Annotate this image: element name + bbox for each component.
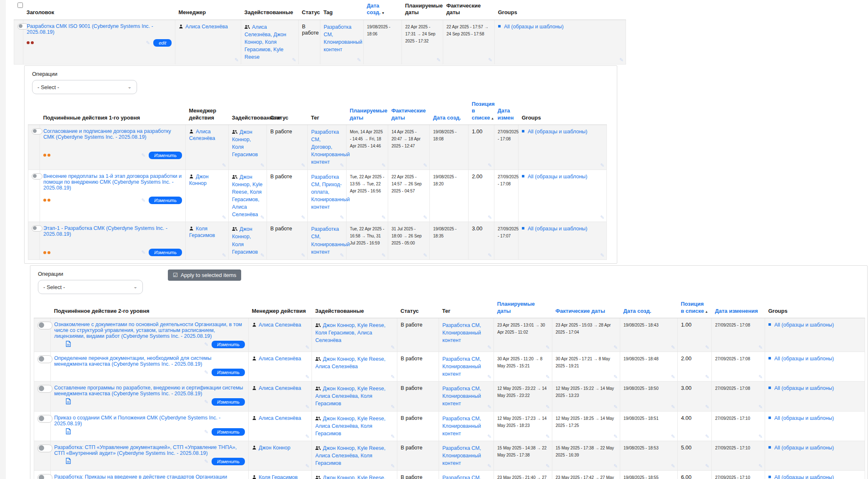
tag-links[interactable]: Разработка СМ, Клонированный контент [311, 226, 350, 254]
manager-link[interactable]: Коля Герасимов [259, 474, 298, 479]
pencil-icon[interactable]: ✎ [340, 253, 344, 258]
tag-links[interactable]: Разработка СМ, Клонированный контент [442, 475, 481, 479]
pencil-icon[interactable]: ✎ [488, 215, 492, 220]
operations-select[interactable]: - Select - ⌄ [32, 80, 137, 94]
edit-button[interactable]: Изменить [212, 369, 245, 376]
pencil-icon[interactable]: ✎ [141, 250, 145, 255]
pencil-icon[interactable]: ✎ [301, 215, 305, 220]
group-link[interactable]: All (образцы и шаблоны) [774, 474, 834, 479]
edit-button[interactable]: Изменить [149, 249, 182, 256]
sort-created-link[interactable]: Дата созд. [367, 2, 381, 15]
participants-links[interactable]: Джон Коннор, Kyle Reese, Коля Герасимов,… [232, 174, 262, 218]
pencil-icon[interactable]: ✎ [340, 163, 344, 168]
pencil-icon[interactable]: ✎ [305, 374, 309, 379]
participants-links[interactable]: Джон Коннор, Kyle Reese, Алиса Селезнёва… [315, 445, 385, 466]
pencil-icon[interactable]: ✎ [260, 215, 264, 220]
pencil-icon[interactable]: ✎ [614, 345, 618, 350]
pencil-icon[interactable]: ✎ [600, 253, 604, 258]
action-title-link[interactable]: Приказ о создании СМК и Положения СМК (C… [54, 415, 245, 427]
pencil-icon[interactable]: ✎ [423, 215, 427, 220]
sort-actual-link[interactable]: Фактические даты [556, 308, 605, 314]
participants-links[interactable]: Джон Коннор, Kyle Reese, Коля Герасимов,… [315, 475, 385, 479]
participants-links[interactable]: Джон Коннор, Kyle Reese, Алиса Селезнёва… [315, 386, 385, 407]
sort-changed-link[interactable]: Дата изменения [715, 308, 758, 314]
pencil-icon[interactable]: ✎ [234, 57, 239, 62]
edit-button[interactable]: Изменить [149, 197, 182, 204]
group-link[interactable]: All (образцы и шаблоны) [528, 129, 587, 135]
apply-to-selected-button[interactable]: ☑ Apply to selected items [168, 269, 241, 281]
manager-link[interactable]: Джон Коннор [259, 445, 290, 451]
group-link[interactable]: All (образцы и шаблоны) [774, 385, 834, 391]
pencil-icon[interactable]: ✎ [305, 404, 309, 409]
sort-position-link[interactable]: Позиция в списке [681, 301, 704, 314]
sort-planned-link[interactable]: Планируемые даты [350, 107, 388, 120]
group-link[interactable]: All (образцы и шаблоны) [528, 226, 587, 232]
pencil-icon[interactable]: ✎ [705, 464, 709, 469]
action-title-link[interactable]: Разработка: СТП «Управление документацие… [54, 444, 245, 456]
select-all-checkbox[interactable] [17, 2, 23, 8]
sort-created-link[interactable]: Дата созд. [433, 115, 461, 121]
sort-changed-link[interactable]: Дата измен [498, 107, 514, 120]
participants-links[interactable]: Джон Коннор, Kyle Reese, Алиса Селезнёва… [315, 416, 385, 437]
tag-links[interactable]: Разработка СМ, Договор, Клонированный ко… [311, 129, 350, 165]
pencil-icon[interactable]: ✎ [391, 464, 395, 469]
sort-planned-link[interactable]: Планируемые даты [497, 301, 535, 314]
pencil-icon[interactable]: ✎ [301, 163, 305, 168]
pencil-icon[interactable]: ✎ [600, 163, 604, 168]
pencil-icon[interactable]: ✎ [614, 404, 618, 409]
pencil-icon[interactable]: ✎ [141, 153, 145, 158]
pencil-icon[interactable]: ✎ [671, 404, 675, 409]
edit-button[interactable]: Изменить [212, 458, 245, 465]
manager-link[interactable]: Алиса Селезнёва [259, 322, 301, 328]
participants-links[interactable]: Алиса Селезнёва, Джон Коннор, Коля Герас… [244, 24, 286, 60]
pencil-icon[interactable]: ✎ [614, 374, 618, 379]
manager-link[interactable]: Алиса Селезнёва [185, 24, 228, 30]
group-link[interactable]: All (образцы и шаблоны) [774, 356, 834, 362]
pencil-icon[interactable]: ✎ [141, 198, 145, 203]
action-title-link[interactable]: Составление программы по разработке, вне… [54, 385, 245, 397]
pencil-icon[interactable]: ✎ [546, 404, 550, 409]
group-link[interactable]: All (образцы и шаблоны) [774, 445, 834, 451]
manager-link[interactable]: Алиса Селезнёва [259, 385, 301, 391]
pencil-icon[interactable]: ✎ [758, 374, 763, 379]
edit-button[interactable]: Изменить [212, 341, 245, 348]
tag-links[interactable]: Разработка СМ, Клонированный контент [442, 416, 481, 437]
pencil-icon[interactable]: ✎ [222, 215, 226, 220]
group-link[interactable]: All (образцы и шаблоны) [774, 322, 834, 328]
pencil-icon[interactable]: ✎ [204, 399, 208, 404]
pencil-icon[interactable]: ✎ [423, 163, 427, 168]
document-icon[interactable] [66, 398, 71, 406]
pencil-icon[interactable]: ✎ [758, 345, 763, 350]
pencil-icon[interactable]: ✎ [222, 253, 226, 258]
action-title-link[interactable]: Разработка СМК ISO 9001 (Cyberdyne Syste… [27, 23, 172, 35]
pencil-icon[interactable]: ✎ [305, 464, 309, 469]
pencil-icon[interactable]: ✎ [357, 57, 361, 62]
action-title-link[interactable]: Ознакомление с документами по основной д… [54, 322, 245, 339]
tag-links[interactable]: Разработка СМ, Клонированный контент [442, 386, 481, 407]
pencil-icon[interactable]: ✎ [705, 404, 709, 409]
pencil-icon[interactable]: ✎ [546, 345, 550, 350]
pencil-icon[interactable]: ✎ [146, 40, 150, 45]
action-title-link[interactable]: Согласование и подписание договора на ра… [43, 128, 182, 140]
pencil-icon[interactable]: ✎ [758, 464, 763, 469]
pencil-icon[interactable]: ✎ [391, 345, 395, 350]
pencil-icon[interactable]: ✎ [546, 374, 550, 379]
pencil-icon[interactable]: ✎ [705, 374, 709, 379]
pencil-icon[interactable]: ✎ [204, 459, 208, 464]
document-icon[interactable] [66, 458, 71, 465]
pencil-icon[interactable]: ✎ [423, 253, 427, 258]
pencil-icon[interactable]: ✎ [488, 253, 492, 258]
group-link[interactable]: All (образцы и шаблоны) [774, 415, 834, 421]
pencil-icon[interactable]: ✎ [436, 57, 441, 62]
action-title-link[interactable]: Внесение предоплаты за 1-й этап договора… [43, 173, 182, 191]
pencil-icon[interactable]: ✎ [382, 253, 386, 258]
pencil-icon[interactable]: ✎ [391, 404, 395, 409]
edit-button[interactable]: Изменить [212, 428, 245, 436]
participants-links[interactable]: Джон Коннор, Kyle Reese, Коля Герасимов,… [315, 322, 385, 343]
pencil-icon[interactable]: ✎ [222, 163, 226, 168]
action-title-link[interactable]: Определение перечня документации, необхо… [54, 355, 245, 367]
pencil-icon[interactable]: ✎ [487, 464, 491, 469]
pencil-icon[interactable]: ✎ [705, 434, 709, 439]
pencil-icon[interactable]: ✎ [391, 434, 395, 439]
tag-links[interactable]: Разработка СМ, Приход-оплата, Клонирован… [311, 174, 350, 210]
